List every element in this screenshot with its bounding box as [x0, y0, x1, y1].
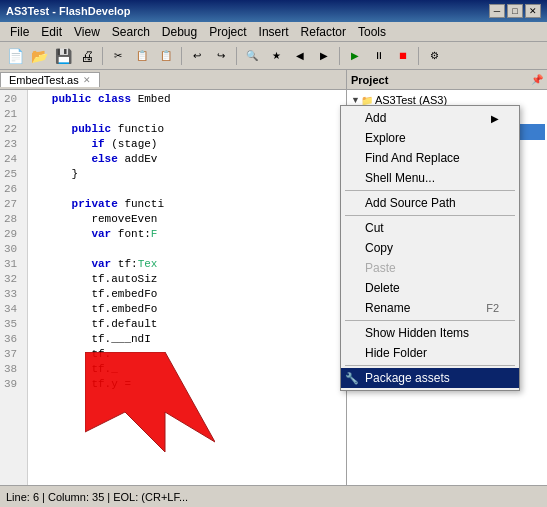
ctx-cut[interactable]: Cut [341, 218, 519, 238]
ctx-add-arrow-icon: ▶ [491, 113, 499, 124]
menu-view[interactable]: View [68, 23, 106, 41]
svg-marker-0 [85, 352, 215, 452]
ctx-rename-label: Rename [365, 301, 410, 315]
menu-tools[interactable]: Tools [352, 23, 392, 41]
cut-button[interactable]: ✂ [107, 45, 129, 67]
arrow-indicator [85, 352, 215, 452]
stop-button[interactable]: ⏹ [392, 45, 414, 67]
new-file-button[interactable]: 📄 [4, 45, 26, 67]
run-button[interactable]: ▶ [344, 45, 366, 67]
window-controls: ─ □ ✕ [489, 4, 541, 18]
ctx-add-source-path-label: Add Source Path [365, 196, 456, 210]
menu-project[interactable]: Project [203, 23, 252, 41]
ctx-explore[interactable]: Explore [341, 128, 519, 148]
ctx-find-replace[interactable]: Find And Replace [341, 148, 519, 168]
menu-insert[interactable]: Insert [253, 23, 295, 41]
ctx-delete-label: Delete [365, 281, 400, 295]
print-button[interactable]: 🖨 [76, 45, 98, 67]
ctx-copy-label: Copy [365, 241, 393, 255]
toolbar: 📄 📂 💾 🖨 ✂ 📋 📋 ↩ ↪ 🔍 ★ ◀ ▶ ▶ ⏸ ⏹ ⚙ [0, 42, 547, 70]
nav-fwd-button[interactable]: ▶ [313, 45, 335, 67]
ctx-shell-menu[interactable]: Shell Menu... [341, 168, 519, 188]
close-button[interactable]: ✕ [525, 4, 541, 18]
tab-embedtest[interactable]: EmbedTest.as ✕ [0, 72, 100, 87]
menu-debug[interactable]: Debug [156, 23, 203, 41]
ctx-paste: Paste [341, 258, 519, 278]
project-pin-icon[interactable]: 📌 [531, 74, 543, 85]
pause-button[interactable]: ⏸ [368, 45, 390, 67]
menu-bar: File Edit View Search Debug Project Inse… [0, 22, 547, 42]
ctx-find-replace-label: Find And Replace [365, 151, 460, 165]
ctx-explore-label: Explore [365, 131, 406, 145]
menu-search[interactable]: Search [106, 23, 156, 41]
settings-button[interactable]: ⚙ [423, 45, 445, 67]
ctx-paste-label: Paste [365, 261, 396, 275]
toolbar-separator-4 [339, 47, 340, 65]
status-bar: Line: 6 | Column: 35 | EOL: (CR+LF... [0, 485, 547, 507]
ctx-add-source-path[interactable]: Add Source Path [341, 193, 519, 213]
minimize-button[interactable]: ─ [489, 4, 505, 18]
tab-label: EmbedTest.as [9, 74, 79, 86]
toolbar-separator-1 [102, 47, 103, 65]
project-panel-title: Project [351, 74, 388, 86]
editor-tab-bar: EmbedTest.as ✕ [0, 70, 346, 90]
ctx-add-label: Add [365, 111, 386, 125]
toolbar-separator-5 [418, 47, 419, 65]
menu-edit[interactable]: Edit [35, 23, 68, 41]
ctx-delete[interactable]: Delete [341, 278, 519, 298]
title-bar: AS3Test - FlashDevelop ─ □ ✕ [0, 0, 547, 22]
line-numbers: 20212223 24252627 28293031 32333435 3637… [0, 90, 28, 485]
maximize-button[interactable]: □ [507, 4, 523, 18]
context-menu: Add ▶ Explore Find And Replace Shell Men… [340, 105, 520, 391]
status-text: Line: 6 | Column: 35 | EOL: (CR+LF... [6, 491, 188, 503]
save-button[interactable]: 💾 [52, 45, 74, 67]
project-icon: 📁 [361, 95, 373, 106]
tab-close-icon[interactable]: ✕ [83, 75, 91, 85]
ctx-shell-menu-label: Shell Menu... [365, 171, 435, 185]
ctx-show-hidden[interactable]: Show Hidden Items [341, 323, 519, 343]
menu-file[interactable]: File [4, 23, 35, 41]
ctx-separator-2 [345, 215, 515, 216]
ctx-separator-4 [345, 365, 515, 366]
star-button[interactable]: ★ [265, 45, 287, 67]
toolbar-separator-3 [236, 47, 237, 65]
redo-button[interactable]: ↪ [210, 45, 232, 67]
ctx-separator-3 [345, 320, 515, 321]
ctx-package-assets-icon: 🔧 [345, 372, 359, 385]
ctx-cut-label: Cut [365, 221, 384, 235]
ctx-copy[interactable]: Copy [341, 238, 519, 258]
ctx-hide-folder-label: Hide Folder [365, 346, 427, 360]
ctx-package-assets-label: Package assets [365, 371, 450, 385]
nav-back-button[interactable]: ◀ [289, 45, 311, 67]
paste-button[interactable]: 📋 [155, 45, 177, 67]
expand-icon: ▼ [351, 95, 360, 105]
undo-button[interactable]: ↩ [186, 45, 208, 67]
open-file-button[interactable]: 📂 [28, 45, 50, 67]
ctx-show-hidden-label: Show Hidden Items [365, 326, 469, 340]
menu-refactor[interactable]: Refactor [295, 23, 352, 41]
ctx-rename[interactable]: Rename F2 [341, 298, 519, 318]
ctx-package-assets[interactable]: 🔧 Package assets [341, 368, 519, 388]
ctx-hide-folder[interactable]: Hide Folder [341, 343, 519, 363]
toolbar-separator-2 [181, 47, 182, 65]
ctx-rename-shortcut: F2 [486, 302, 499, 314]
ctx-add[interactable]: Add ▶ [341, 108, 519, 128]
copy-button[interactable]: 📋 [131, 45, 153, 67]
search-button[interactable]: 🔍 [241, 45, 263, 67]
ctx-separator-1 [345, 190, 515, 191]
window-title: AS3Test - FlashDevelop [6, 5, 131, 17]
project-header: Project 📌 [347, 70, 547, 90]
